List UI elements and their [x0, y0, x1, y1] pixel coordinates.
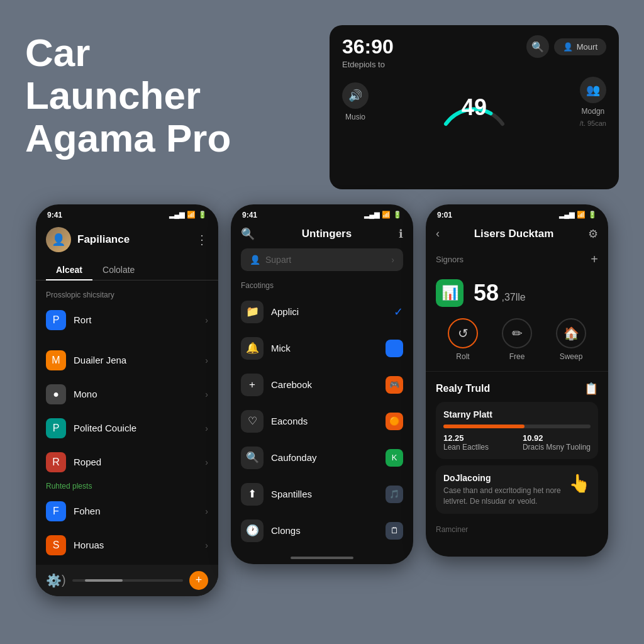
phone2-item-applici[interactable]: 📁 Applici ✓	[231, 294, 413, 330]
scroll-indicator	[72, 579, 183, 582]
phone1-user: 👤 Fapiliance	[46, 227, 130, 252]
duailer-chevron: ›	[205, 355, 208, 365]
mono-icon: ●	[46, 384, 66, 404]
search-placeholder: Supart	[265, 255, 291, 265]
phone2-item-eaconds[interactable]: ♡ Eaconds 🟠	[231, 403, 413, 440]
car-time-block: 36:90 Etdepiols to	[342, 35, 394, 69]
add-button[interactable]: +	[189, 571, 208, 590]
stat2-label: Dracis Msny Tuoling	[523, 443, 591, 452]
navigation-label: Modgn	[582, 107, 605, 116]
roped-name: Roped	[74, 457, 197, 467]
rort-chevron: ›	[205, 315, 208, 325]
tab-cololate[interactable]: Cololate	[92, 260, 145, 280]
action2-label: Free	[509, 352, 525, 361]
phone2-item-spantilles[interactable]: ⬆ Spantilles 🎵	[231, 476, 413, 513]
horuas-icon: S	[46, 535, 66, 555]
phone1-tabs: Alceat Cololate	[36, 260, 218, 280]
user-avatar: 👤	[46, 227, 71, 252]
music-item[interactable]: 🔊 Musio	[342, 82, 369, 121]
horuas-name: Horuas	[74, 540, 197, 550]
person-icon: 👤	[563, 42, 573, 52]
sweep-icon: 🏠	[556, 318, 586, 348]
phone2: 9:41 ▂▄▆ 📶 🔋 🔍 Untingers ℹ 👤 Supart › Fa…	[231, 204, 413, 564]
rolt-icon: ↺	[448, 318, 478, 348]
action-rolt[interactable]: ↺ Rolt	[448, 318, 478, 361]
signal-icon2: ▂▄▆	[364, 211, 379, 219]
list-item-polited[interactable]: P Polited Couicle ›	[36, 411, 218, 445]
list-item-fohen[interactable]: F Fohen ›	[36, 494, 218, 528]
battery-icon: 🔋	[198, 211, 207, 219]
stat1-value: 12.25	[443, 433, 464, 443]
speed-unit: /t. 95can	[580, 119, 606, 127]
settings-icon[interactable]: ⚙️	[46, 573, 62, 588]
navigation-item[interactable]: 👥 Modgn /t. 95can	[580, 77, 606, 127]
mono-chevron: ›	[205, 389, 208, 399]
user-name: Fapiliance	[77, 233, 130, 246]
stat2-value: 10.92	[523, 433, 543, 443]
phone3-time: 9:01	[437, 211, 452, 219]
app-title: Car Launcher Agama Pro	[25, 31, 231, 160]
eaconds-badge: 🟠	[386, 413, 403, 430]
starny-card: Starny Platt 12.25 Lean Eactlles 10.92 D…	[436, 402, 598, 459]
phone3-status-bar: 9:01 ▂▄▆ 📶 🔋	[426, 204, 608, 222]
action-sweep[interactable]: 🏠 Sweep	[556, 318, 586, 361]
roped-chevron: ›	[205, 457, 208, 467]
section2-label: Ruhted plests	[36, 479, 218, 494]
polited-icon: P	[46, 418, 66, 438]
wifi-icon3: 📶	[577, 211, 586, 219]
mick-name: Mick	[271, 343, 378, 353]
applici-icon: 📁	[241, 301, 264, 323]
realy-icon[interactable]: 📋	[584, 382, 598, 396]
search-icon-sm[interactable]: 🔍	[241, 227, 255, 241]
fohen-icon: F	[46, 501, 66, 521]
stat1: 12.25 Lean Eactlles	[443, 433, 489, 452]
list-item-duailer[interactable]: M Duailer Jena ›	[36, 343, 218, 377]
phone2-time: 9:41	[242, 211, 257, 219]
spantilles-icon: ⬆	[241, 483, 264, 506]
mick-badge	[386, 340, 403, 357]
polited-name: Polited Couicle	[74, 423, 197, 433]
phone2-item-carebook[interactable]: + Carebook 🎮	[231, 367, 413, 403]
list-item-mono[interactable]: ● Mono ›	[36, 377, 218, 411]
list-item-horuas[interactable]: S Horuas ›	[36, 528, 218, 562]
signors-row: Signors +	[436, 252, 598, 267]
more-options-button[interactable]: ⋮	[196, 232, 208, 247]
action-free[interactable]: ✏ Free	[502, 318, 532, 361]
search-bar-icon: 👤	[250, 255, 260, 265]
back-button[interactable]: ‹	[436, 227, 440, 240]
speed-gauge: 49	[436, 77, 512, 127]
starny-title: Starny Platt	[443, 409, 591, 419]
info-icon[interactable]: ℹ	[399, 227, 403, 241]
signal-icon: ▂▄▆	[169, 211, 184, 219]
clongs-badge: 🗒	[386, 522, 403, 540]
signal-icon3: ▂▄▆	[559, 211, 574, 219]
music-icon: 🔊	[342, 82, 369, 109]
fohen-name: Fohen	[74, 506, 197, 516]
mount-button[interactable]: 👤 Mourt	[554, 38, 606, 55]
phone3-title: Lisers Ducktam	[446, 228, 582, 240]
settings-button[interactable]: ⚙	[588, 227, 598, 241]
signors-add-button[interactable]: +	[591, 252, 598, 267]
phone2-item-mick[interactable]: 🔔 Mick	[231, 330, 413, 367]
list-item-roped[interactable]: R Roped ›	[36, 445, 218, 479]
phone2-item-caufonday[interactable]: 🔍 Caufonday K	[231, 440, 413, 476]
phone1-status-icons: ▂▄▆ 📶 🔋	[169, 211, 207, 219]
rort-name: Rort	[74, 314, 197, 325]
tab-alceat[interactable]: Alceat	[46, 260, 92, 280]
search-bar[interactable]: 👤 Supart ›	[241, 248, 403, 271]
title-line1: Car	[25, 31, 90, 74]
car-widget-body: 🔊 Musio 49 👥 Modgn /t. 95can	[342, 77, 606, 127]
phone2-item-clongs[interactable]: 🕐 Clongs 🗒	[231, 513, 413, 549]
action-icons-row: ↺ Rolt ✏ Free 🏠 Sweep	[426, 312, 608, 367]
carebook-name: Carebook	[271, 379, 378, 390]
phone1-bottom-bar: ⚙️ ) +	[36, 565, 218, 596]
starny-progress-bg	[443, 425, 591, 428]
list-item-rort[interactable]: P Rort ›	[36, 303, 218, 337]
phone2-home-indicator	[291, 557, 353, 559]
music-label: Musio	[345, 113, 365, 121]
stats-icon: 📊	[436, 279, 464, 307]
caufonday-icon: 🔍	[241, 447, 264, 469]
search-button[interactable]: 🔍	[526, 35, 549, 58]
polited-chevron: ›	[205, 423, 208, 433]
dolacoing-text: DoJlacoing Case than and excrltoding het…	[443, 473, 562, 507]
